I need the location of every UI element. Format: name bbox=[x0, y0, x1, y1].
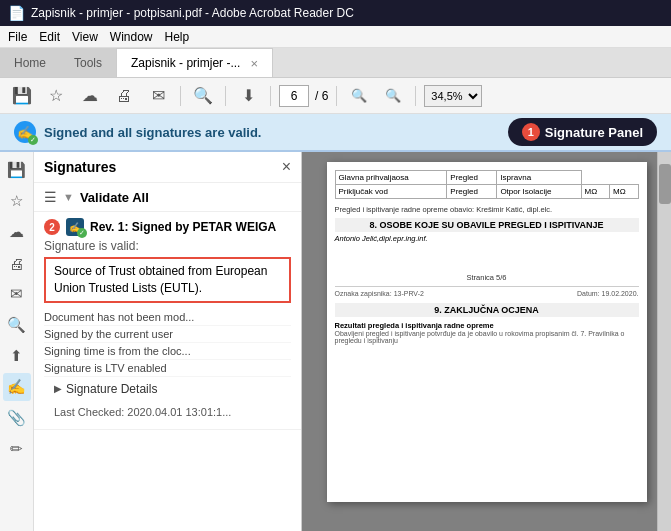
sig-number-badge: 2 bbox=[44, 219, 60, 235]
toolbar-sep-3 bbox=[270, 86, 271, 106]
sig-detail-3: Signature is LTV enabled bbox=[44, 360, 291, 377]
sig-status-badge: ✓ bbox=[77, 228, 87, 238]
menu-window[interactable]: Window bbox=[110, 30, 153, 44]
pdf-section-9: 9. ZAKLJUČNA OCJENA Rezultati pregleda i… bbox=[335, 303, 639, 344]
left-tool-bookmark[interactable]: ☆ bbox=[3, 187, 31, 215]
validate-all-label: Validate All bbox=[80, 190, 149, 205]
tab-home-label: Home bbox=[14, 56, 46, 70]
sig-banner-left: ✍ ✓ Signed and all signatures are valid. bbox=[14, 121, 261, 143]
pdf-table-cell: Glavna prihvaljaosa bbox=[335, 171, 447, 185]
left-tool-edit[interactable]: ✏ bbox=[3, 435, 31, 463]
sig-detail-1: Signed by the current user bbox=[44, 326, 291, 343]
sig-detail-2: Signing time is from the cloc... bbox=[44, 343, 291, 360]
email-button[interactable]: ✉ bbox=[144, 83, 172, 109]
sig-check-badge: ✓ bbox=[28, 135, 38, 145]
left-tool-attach[interactable]: 📎 bbox=[3, 404, 31, 432]
left-tool-sign[interactable]: ✍ bbox=[3, 373, 31, 401]
pdf-table-cell: MΩ bbox=[610, 185, 639, 199]
sig-panel-header: Signatures × bbox=[34, 152, 301, 183]
signature-item-1: 2 ✍ ✓ Rev. 1: Signed by PETAR WEIGA Sign… bbox=[34, 212, 301, 430]
pdf-page-info: Stranica 5/6 bbox=[335, 273, 639, 282]
tab-tools[interactable]: Tools bbox=[60, 48, 116, 77]
menu-edit[interactable]: Edit bbox=[39, 30, 60, 44]
toolbar-sep-2 bbox=[225, 86, 226, 106]
signature-valid-icon: ✍ ✓ bbox=[14, 121, 36, 143]
pdf-caption: Pregled i ispitivanje radne opreme obavi… bbox=[335, 205, 639, 214]
sig-details-label: Signature Details bbox=[66, 382, 157, 396]
toolbar-sep-1 bbox=[180, 86, 181, 106]
main-area: 💾 ☆ ☁ 🖨 ✉ 🔍 ⬆ ✍ 📎 ✏ Signatures × ☰ ▼ Val… bbox=[0, 152, 671, 531]
zoom-select[interactable]: 34,5% bbox=[424, 85, 482, 107]
bookmark-button[interactable]: ☆ bbox=[42, 83, 70, 109]
pdf-table-cell: Otpor Isolacije bbox=[497, 185, 581, 199]
pdf-section-9-bold: Rezultati pregleda i ispitivanja radne o… bbox=[335, 321, 639, 330]
validate-arrow: ▼ bbox=[63, 191, 74, 203]
sig-banner-text: Signed and all signatures are valid. bbox=[44, 125, 261, 140]
pdf-section-9-small: Obavljeni pregled i ispitivanje potvrđuj… bbox=[335, 330, 639, 344]
sig-detail-list: Document has not been mod... Signed by t… bbox=[44, 309, 291, 377]
trust-text: Source of Trust obtained from European U… bbox=[54, 264, 267, 295]
trust-box: Source of Trust obtained from European U… bbox=[44, 257, 291, 303]
tab-doc[interactable]: Zapisnik - primjer -... × bbox=[116, 48, 273, 77]
tab-close-icon[interactable]: × bbox=[250, 56, 258, 71]
pdf-table-cell: Pregled bbox=[447, 185, 497, 199]
pdf-footer-left: Oznaka zapisnika: 13-PRV-2 bbox=[335, 290, 424, 297]
pdf-area: Glavna prihvaljaosa Pregled Ispravna Pri… bbox=[302, 152, 671, 531]
sig-panel-badge: 1 bbox=[522, 123, 540, 141]
sig-panel-btn-label: Signature Panel bbox=[545, 125, 643, 140]
pdf-footer-right: Datum: 19.02.2020. bbox=[577, 290, 639, 297]
signatures-panel: Signatures × ☰ ▼ Validate All 2 ✍ ✓ Rev.… bbox=[34, 152, 302, 531]
pdf-section-8-title: 8. OSOBE KOJE SU OBAVILE PREGLED I ISPIT… bbox=[335, 218, 639, 232]
left-tool-strip: 💾 ☆ ☁ 🖨 ✉ 🔍 ⬆ ✍ 📎 ✏ bbox=[0, 152, 34, 531]
sig-panel-close-button[interactable]: × bbox=[282, 158, 291, 176]
print-button[interactable]: 🖨 bbox=[110, 83, 138, 109]
pdf-footer: Oznaka zapisnika: 13-PRV-2 Datum: 19.02.… bbox=[335, 286, 639, 297]
cloud-button[interactable]: ☁ bbox=[76, 83, 104, 109]
app-icon: 📄 bbox=[8, 5, 25, 21]
pdf-section-9-title: 9. ZAKLJUČNA OCJENA bbox=[335, 303, 639, 317]
pdf-table-cell: MΩ bbox=[581, 185, 609, 199]
menu-view[interactable]: View bbox=[72, 30, 98, 44]
pdf-scrollbar[interactable] bbox=[657, 152, 671, 531]
menu-file[interactable]: File bbox=[8, 30, 27, 44]
pdf-inspector-name: Antonio Jelić,dipl.epr.ing.inf. bbox=[335, 234, 639, 243]
sig-item-name: Rev. 1: Signed by PETAR WEIGA bbox=[90, 220, 276, 234]
left-tool-save[interactable]: 💾 bbox=[3, 156, 31, 184]
sig-person-wrap: ✍ ✓ bbox=[66, 218, 84, 236]
zoom-out-button[interactable]: 🔍 bbox=[345, 83, 373, 109]
last-checked: Last Checked: 2020.04.01 13:01:1... bbox=[44, 401, 291, 423]
pdf-table: Glavna prihvaljaosa Pregled Ispravna Pri… bbox=[335, 170, 639, 199]
sig-details-row[interactable]: ▶ Signature Details bbox=[44, 377, 291, 401]
sig-detail-0: Document has not been mod... bbox=[44, 309, 291, 326]
save-button[interactable]: 💾 bbox=[8, 83, 36, 109]
tab-tools-label: Tools bbox=[74, 56, 102, 70]
sig-icon-wrap: 2 bbox=[44, 219, 60, 235]
tab-doc-label: Zapisnik - primjer -... bbox=[131, 56, 240, 70]
left-tool-print[interactable]: 🖨 bbox=[3, 249, 31, 277]
zoom-in-button[interactable]: 🔍 bbox=[379, 83, 407, 109]
sig-valid-label: Signature is valid: bbox=[44, 239, 291, 253]
pdf-table-cell: Priključak vod bbox=[335, 185, 447, 199]
download-button[interactable]: ⬇ bbox=[234, 83, 262, 109]
search-button[interactable]: 🔍 bbox=[189, 83, 217, 109]
signature-panel-button[interactable]: 1 Signature Panel bbox=[508, 118, 657, 146]
left-tool-upload[interactable]: ⬆ bbox=[3, 342, 31, 370]
menu-help[interactable]: Help bbox=[165, 30, 190, 44]
sig-panel-title: Signatures bbox=[44, 159, 116, 175]
tab-home[interactable]: Home bbox=[0, 48, 60, 77]
left-tool-search[interactable]: 🔍 bbox=[3, 311, 31, 339]
expand-arrow-icon: ▶ bbox=[54, 383, 62, 394]
pdf-page: Glavna prihvaljaosa Pregled Ispravna Pri… bbox=[327, 162, 647, 502]
validate-all-row[interactable]: ☰ ▼ Validate All bbox=[34, 183, 301, 212]
page-input[interactable] bbox=[279, 85, 309, 107]
left-tool-cloud[interactable]: ☁ bbox=[3, 218, 31, 246]
toolbar-sep-5 bbox=[415, 86, 416, 106]
pdf-scrollbar-thumb[interactable] bbox=[659, 164, 671, 204]
window-title: Zapisnik - primjer - potpisani.pdf - Ado… bbox=[31, 6, 354, 20]
toolbar-sep-4 bbox=[336, 86, 337, 106]
toolbar: 💾 ☆ ☁ 🖨 ✉ 🔍 ⬇ / 6 🔍 🔍 34,5% bbox=[0, 78, 671, 114]
page-total: / 6 bbox=[315, 89, 328, 103]
left-tool-email[interactable]: ✉ bbox=[3, 280, 31, 308]
tab-bar: Home Tools Zapisnik - primjer -... × bbox=[0, 48, 671, 78]
sig-item-header: 2 ✍ ✓ Rev. 1: Signed by PETAR WEIGA bbox=[44, 218, 291, 236]
